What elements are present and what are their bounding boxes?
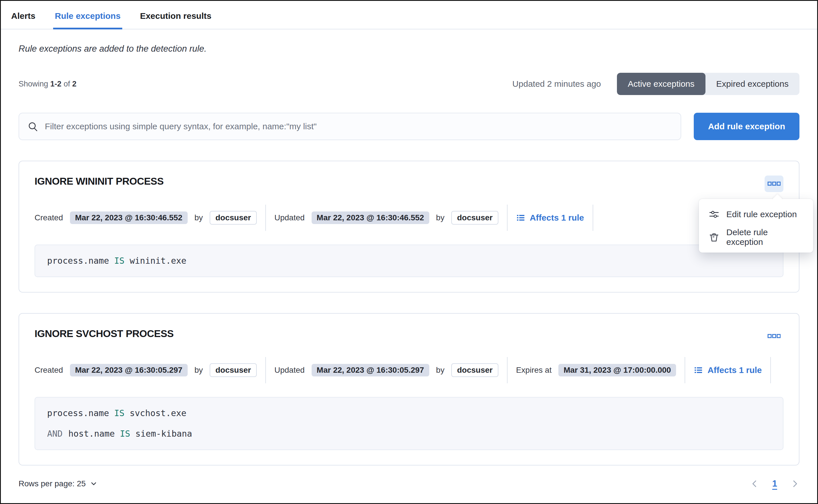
query-value: siem-kibana: [135, 429, 192, 439]
created-date-badge: Mar 22, 2023 @ 16:30:05.297: [70, 364, 187, 376]
sliders-icon: [709, 209, 719, 219]
meta-separator: [685, 357, 685, 383]
meta-separator: [593, 205, 593, 231]
add-rule-exception-button[interactable]: Add rule exception: [694, 113, 799, 140]
created-label: Created: [35, 366, 63, 375]
chevron-left-icon: [750, 479, 759, 488]
card-actions-menu-button[interactable]: [765, 176, 783, 192]
tab-execution-results[interactable]: Execution results: [138, 11, 213, 29]
exception-card-wininit: IGNORE WININIT PROCESS: [19, 161, 799, 293]
created-by-badge: docsuser: [210, 363, 257, 377]
card-header: IGNORE SVCHOST PROCESS: [35, 328, 783, 344]
by-label: by: [194, 366, 203, 375]
rule-exceptions-description: Rule exceptions are added to the detecti…: [19, 44, 799, 54]
showing-range: 1-2: [50, 80, 61, 88]
active-exceptions-filter-button[interactable]: Active exceptions: [617, 73, 705, 95]
card-actions-menu-button[interactable]: [765, 328, 783, 344]
query-line: process.name IS svchost.exe: [47, 408, 771, 419]
utility-row: Showing 1-2 of 2 Updated 2 minutes ago A…: [19, 73, 799, 95]
showing-of: of: [64, 80, 70, 88]
exception-meta-row: Created Mar 22, 2023 @ 16:30:05.297 by d…: [35, 357, 783, 383]
delete-rule-exception-label: Delete rule exception: [726, 227, 803, 247]
exception-title: IGNORE SVCHOST PROCESS: [35, 328, 174, 339]
by-label: by: [436, 366, 445, 375]
exception-card-svchost: IGNORE SVCHOST PROCESS Created Mar 22, 2…: [19, 313, 799, 465]
query-line: ANDhost.name IS siem-kibana: [47, 428, 771, 439]
pagination-footer: Rows per page: 25 1: [19, 479, 799, 497]
card-actions-popover: Edit rule exception Delete rule exceptio…: [699, 199, 813, 253]
updated-label: Updated: [275, 366, 305, 375]
exception-filter-group: Active exceptions Expired exceptions: [617, 73, 799, 95]
updated-date-badge: Mar 22, 2023 @ 16:30:05.297: [312, 364, 429, 376]
meta-separator: [507, 205, 507, 231]
meta-separator: [265, 205, 266, 231]
expires-at-badge: Mar 31, 2023 @ 17:00:00.000: [558, 364, 676, 376]
card-header: IGNORE WININIT PROCESS: [35, 176, 783, 192]
updated-timestamp: Updated 2 minutes ago: [512, 79, 601, 89]
edit-rule-exception-menu-item[interactable]: Edit rule exception: [699, 203, 813, 226]
by-label: by: [194, 213, 203, 222]
updated-by-badge: docsuser: [451, 363, 498, 377]
affects-rule-label: Affects 1 rule: [708, 365, 762, 375]
affects-rule-link[interactable]: Affects 1 rule: [516, 213, 584, 223]
previous-page-button[interactable]: [750, 479, 759, 488]
created-date-badge: Mar 22, 2023 @ 16:30:46.552: [70, 211, 187, 224]
chevron-down-icon: [90, 480, 98, 488]
query-operator: IS: [114, 408, 124, 418]
meta-separator: [265, 357, 266, 383]
edit-rule-exception-label: Edit rule exception: [726, 209, 797, 219]
tab-bar: Alerts Rule exceptions Execution results: [1, 1, 817, 29]
query-conjunction: AND: [47, 429, 62, 439]
boxes-horizontal-icon: [767, 181, 781, 186]
rows-per-page-label: Rows per page: 25: [19, 479, 86, 488]
search-input[interactable]: [45, 122, 672, 131]
page-number-1[interactable]: 1: [772, 479, 777, 489]
list-icon: [516, 213, 525, 222]
updated-by-badge: docsuser: [451, 211, 498, 225]
expires-at-label: Expires at: [516, 366, 552, 375]
search-row: Add rule exception: [19, 113, 799, 140]
query-field: process.name: [47, 256, 109, 266]
card-menu-wrap: [765, 328, 783, 344]
trash-icon: [709, 232, 719, 242]
updated-date-badge: Mar 22, 2023 @ 16:30:46.552: [312, 211, 429, 224]
showing-label: Showing: [19, 80, 48, 88]
chevron-right-icon: [790, 479, 799, 488]
showing-total: 2: [72, 80, 76, 88]
delete-rule-exception-menu-item[interactable]: Delete rule exception: [699, 226, 813, 249]
tab-alerts[interactable]: Alerts: [9, 11, 37, 29]
exception-meta-row: Created Mar 22, 2023 @ 16:30:46.552 by d…: [35, 205, 783, 231]
query-line: process.name IS wininit.exe: [47, 255, 771, 266]
rows-per-page-button[interactable]: Rows per page: 25: [19, 479, 98, 488]
showing-count: Showing 1-2 of 2: [19, 80, 76, 88]
search-box[interactable]: [19, 113, 681, 140]
next-page-button[interactable]: [790, 479, 799, 488]
list-icon: [694, 366, 703, 375]
affects-rule-label: Affects 1 rule: [530, 213, 584, 223]
by-label: by: [436, 213, 445, 222]
expired-exceptions-filter-button[interactable]: Expired exceptions: [706, 73, 799, 95]
meta-separator: [770, 357, 771, 383]
exception-query-block: process.name IS wininit.exe: [35, 245, 783, 277]
search-icon: [28, 121, 38, 132]
query-value: svchost.exe: [130, 408, 186, 418]
tab-rule-exceptions[interactable]: Rule exceptions: [53, 11, 122, 29]
exception-title: IGNORE WININIT PROCESS: [35, 176, 164, 187]
card-menu-wrap: Edit rule exception Delete rule exceptio…: [765, 176, 783, 192]
pagination-controls: 1: [750, 479, 799, 489]
created-by-badge: docsuser: [210, 211, 257, 225]
query-field: host.name: [68, 429, 115, 439]
affects-rule-link[interactable]: Affects 1 rule: [694, 365, 762, 375]
meta-separator: [507, 357, 507, 383]
created-label: Created: [35, 213, 63, 222]
exception-query-block: process.name IS svchost.exe ANDhost.name…: [35, 397, 783, 450]
query-operator: IS: [114, 256, 124, 266]
rule-exceptions-screen: Alerts Rule exceptions Execution results…: [0, 0, 818, 504]
boxes-horizontal-icon: [767, 334, 781, 339]
query-value: wininit.exe: [130, 256, 186, 266]
query-field: process.name: [47, 408, 109, 418]
query-operator: IS: [120, 429, 130, 439]
updated-label: Updated: [275, 213, 305, 222]
utility-right: Updated 2 minutes ago Active exceptions …: [512, 73, 799, 95]
content-area: Rule exceptions are added to the detecti…: [1, 44, 817, 497]
